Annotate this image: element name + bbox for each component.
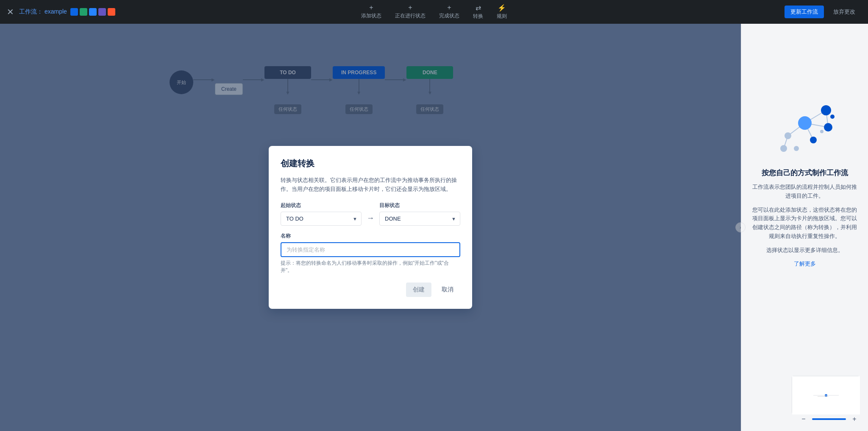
to-status-select-wrapper: DONE ▼ — [379, 212, 460, 226]
from-status-group: 起始状态 TO DO ▼ — [281, 202, 362, 226]
from-status-select-wrapper: TO DO ▼ — [281, 212, 362, 226]
svg-point-7 — [821, 105, 831, 115]
to-status-label: 目标状态 — [379, 202, 460, 209]
create-button[interactable]: 创建 — [406, 283, 431, 297]
from-status-select[interactable]: TO DO — [281, 212, 362, 226]
svg-point-14 — [820, 130, 823, 133]
hint-text: 提示：将您的转换命名为人们移动事务时采取的操作，例如"开始工作"或"合并"。 — [281, 260, 460, 274]
update-workflow-button[interactable]: 更新工作流 — [785, 6, 824, 18]
topbar-tags — [70, 8, 115, 16]
to-status-group: 目标状态 DONE ▼ — [379, 202, 460, 226]
nav-done-status[interactable]: + 完成状态 — [439, 4, 459, 20]
name-label: 名称 — [281, 232, 460, 240]
topbar-nav: + 添加状态 + 正在进行状态 + 完成状态 ⇄ 转换 ⚡ 规则 — [361, 4, 507, 20]
arrow-right-icon: → — [367, 214, 374, 223]
modal-actions: 创建 取消 — [281, 283, 460, 297]
svg-point-9 — [810, 137, 817, 143]
svg-point-6 — [798, 116, 812, 130]
right-panel-desc2: 您可以在此处添加状态，这些状态将在您的项目面板上显示为卡片的拖放区域。您可以创建… — [750, 206, 860, 241]
close-icon[interactable]: ✕ — [7, 7, 14, 17]
tag-lightblue — [89, 8, 97, 16]
svg-point-10 — [785, 132, 791, 139]
nav-in-progress[interactable]: + 正在进行状态 — [395, 4, 426, 20]
zoom-controls: − + — [798, 414, 860, 424]
topbar-title: 工作流： example — [19, 8, 67, 16]
topbar-actions: 更新工作流 放弃更改 — [785, 6, 861, 18]
status-row: 起始状态 TO DO ▼ → 目标状态 DONE ▼ — [281, 202, 460, 226]
zoom-slider[interactable] — [812, 418, 846, 420]
zoom-in-button[interactable]: + — [849, 414, 860, 424]
right-panel-desc1: 工作流表示您团队的流程并控制人员如何推进项目的工件。 — [750, 183, 860, 201]
bolt-icon: ⚡ — [498, 4, 506, 12]
topbar: ✕ 工作流： example + 添加状态 + 正在进行状态 + 完成状态 ⇄ … — [0, 0, 868, 24]
svg-point-8 — [824, 123, 832, 132]
modal-title: 创建转换 — [281, 158, 460, 169]
name-input[interactable] — [281, 242, 460, 257]
svg-point-12 — [794, 146, 799, 151]
svg-point-11 — [780, 145, 787, 152]
right-panel-desc3: 选择状态以显示更多详细信息。 — [766, 246, 843, 255]
transition-icon: ⇄ — [476, 4, 481, 12]
svg-text:──────: ────── — [817, 395, 829, 397]
discard-changes-button[interactable]: 放弃更改 — [827, 6, 861, 18]
svg-point-13 — [830, 115, 835, 119]
learn-more-link[interactable]: 了解更多 — [794, 260, 816, 268]
minimap: ────── — [792, 376, 860, 414]
from-status-label: 起始状态 — [281, 202, 362, 209]
tag-purple — [98, 8, 106, 16]
tag-blue — [70, 8, 78, 16]
modal-description: 转换与状态相关联。它们表示用户在您的工作流中为推动事务所执行的操作。当用户在您的… — [281, 176, 460, 194]
nav-rules[interactable]: ⚡ 规则 — [497, 4, 507, 20]
nav-add-status[interactable]: + 添加状态 — [361, 4, 381, 20]
tag-green — [80, 8, 87, 16]
modal-overlay: 创建转换 转换与状态相关联。它们表示用户在您的工作流中为推动事务所执行的操作。当… — [0, 24, 741, 431]
zoom-out-button[interactable]: − — [798, 414, 809, 424]
nav-transition[interactable]: ⇄ 转换 — [473, 4, 483, 20]
cancel-button[interactable]: 取消 — [435, 283, 460, 297]
plus-icon: + — [369, 4, 373, 11]
name-group: 名称 提示：将您的转换命名为人们移动事务时采取的操作，例如"开始工作"或"合并"… — [281, 232, 460, 274]
create-transition-modal: 创建转换 转换与状态相关联。它们表示用户在您的工作流中为推动事务所执行的操作。当… — [269, 146, 472, 309]
graph-visual — [762, 93, 847, 161]
plus-icon-2: + — [408, 4, 412, 11]
plus-icon-3: + — [447, 4, 451, 11]
right-panel: › 按您自己的方式制作工作流 工作流表示您团队的流程并控制人员如何推进项目的工件… — [741, 24, 868, 431]
to-status-select[interactable]: DONE — [379, 212, 460, 226]
tag-red — [108, 8, 115, 16]
right-panel-title: 按您自己的方式制作工作流 — [762, 168, 848, 178]
